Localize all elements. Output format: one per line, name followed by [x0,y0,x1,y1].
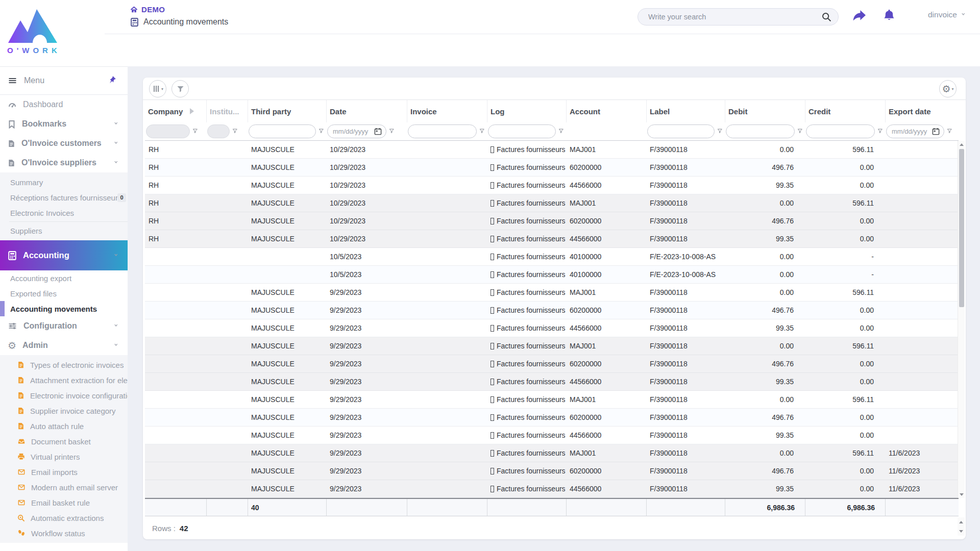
sidebar-item-receptions-factures-fournisseurs[interactable]: Réceptions factures fournisseurs0 [0,190,128,205]
log-filter-input[interactable] [494,128,550,135]
table-row[interactable]: MAJUSCULE9/29/2023Factures fournisseursM… [145,284,959,302]
sidebar-item-admin[interactable]: ⚙Admin [0,336,128,355]
table-row[interactable]: MAJUSCULE9/29/2023Factures fournisseurs6… [145,462,959,480]
sidebar-item-exported-files[interactable]: Exported files [0,286,128,301]
table-row[interactable]: RHMAJUSCULE10/29/2023Factures fournisseu… [145,141,959,159]
third_party-filter-input[interactable] [254,128,310,135]
table-row[interactable]: MAJUSCULE9/29/2023Factures fournisseurs4… [145,319,959,337]
settings-button[interactable]: ⚙▾ [939,80,957,97]
expand-columns-icon[interactable] [190,108,194,114]
table-row[interactable]: RHMAJUSCULE10/29/2023Factures fournisseu… [145,159,959,177]
column-header-institution[interactable]: Institu... [206,100,248,122]
file-icon [8,139,15,148]
main-content: ▾⚙▾ CompanyInstitu...Third partyDateInvo… [128,66,980,551]
columns-button[interactable]: ▾ [149,80,166,97]
sidebar-item-accounting-export[interactable]: Accounting export [0,270,128,286]
filter-funnel-icon[interactable] [192,128,199,135]
column-header-export_date[interactable]: Export date [885,100,959,122]
sidebar-item-accounting[interactable]: Accounting [0,240,128,270]
filter-funnel-icon[interactable] [947,128,953,135]
sidebar-item-workflow-status[interactable]: Workflow status [0,525,128,541]
pin-icon[interactable] [108,76,116,84]
sidebar-item-electronic-invoices[interactable]: Electronic Invoices [0,205,128,220]
sidebar-item-auto-attach-rule[interactable]: Auto attach rule [0,418,128,434]
sidebar-item-supplier-invoice-category[interactable]: Supplier invoice category [0,403,128,418]
table-row[interactable]: MAJUSCULE9/29/2023Factures fournisseursM… [145,444,959,462]
app-logo[interactable]: O'WORK [6,3,72,60]
table-row[interactable]: MAJUSCULE9/29/2023Factures fournisseursM… [145,337,959,355]
sidebar-item-bookmarks[interactable]: Bookmarks [0,114,128,134]
column-header-invoice[interactable]: Invoice [407,100,487,122]
table-row[interactable]: RHMAJUSCULE10/29/2023Factures fournisseu… [145,177,959,194]
table-row[interactable]: MAJUSCULE9/29/2023Factures fournisseurs4… [145,373,959,391]
filter-funnel-icon[interactable] [558,128,565,135]
sidebar-item-document-basket[interactable]: Document basket [0,434,128,449]
column-header-account[interactable]: Account [566,100,646,122]
column-header-third_party[interactable]: Third party [248,100,326,122]
cell-company [145,480,206,497]
share-icon[interactable] [852,8,866,23]
scroll-down-arrow[interactable] [958,491,965,498]
table-row[interactable]: MAJUSCULE9/29/2023Factures fournisseursM… [145,391,959,409]
column-header-debit[interactable]: Debit [725,100,805,122]
scrollbar-thumb[interactable] [959,149,964,307]
table-row[interactable]: 10/5/2023Factures fournisseurs40100000F/… [145,248,959,266]
filter-funnel-icon[interactable] [797,128,804,135]
credit-filter-input[interactable] [812,128,869,135]
home-icon[interactable] [130,6,138,13]
table-row[interactable]: MAJUSCULE9/29/2023Factures fournisseurs6… [145,355,959,373]
table-row[interactable]: 10/5/2023Factures fournisseurs40100000F/… [145,266,959,284]
calendar-icon[interactable] [374,128,382,135]
filter-funnel-icon[interactable] [877,128,884,135]
sidebar-item-oinvoice-customers[interactable]: O'Invoice customers [0,134,128,153]
sidebar-item-modern-auth-email-server[interactable]: Modern auth email server [0,480,128,495]
calendar-icon[interactable] [932,128,940,135]
breadcrumb-app[interactable]: DEMO [141,5,165,14]
filter-button[interactable] [172,80,189,97]
column-header-log[interactable]: Log [487,100,566,122]
date-filter-date-input[interactable]: mm/dd/yyyy [327,124,386,138]
table-row[interactable]: MAJUSCULE9/29/2023Factures fournisseurs4… [145,480,959,498]
sidebar-item-summary[interactable]: Summary [0,174,128,190]
bell-icon[interactable] [883,8,895,23]
debit-filter-input[interactable] [731,128,789,135]
table-row[interactable]: MAJUSCULE9/29/2023Factures fournisseurs4… [145,427,959,444]
cell-credit: 0.00 [805,177,885,194]
filter-funnel-icon[interactable] [389,128,396,135]
sidebar-item-virtual-printers[interactable]: Virtual printers [0,449,128,464]
sidebar-item-configuration[interactable]: Configuration [0,316,128,336]
search-icon[interactable] [822,12,831,21]
table-row[interactable]: MAJUSCULE9/29/2023Factures fournisseurs6… [145,409,959,427]
sidebar-item-attachment-extraction[interactable]: Attachment extraction for electron [0,372,128,388]
sidebar-item-automatic-extractions[interactable]: Automatic extractions [0,510,128,525]
hamburger-icon[interactable] [8,77,17,85]
column-header-credit[interactable]: Credit [805,100,885,122]
sidebar-item-accounting-movements[interactable]: Accounting movements [0,301,128,316]
column-header-label[interactable]: Label [646,100,725,122]
column-header-date[interactable]: Date [326,100,407,122]
table-row[interactable]: RHMAJUSCULE10/29/2023Factures fournisseu… [145,230,959,248]
cell-third_party: MAJUSCULE [248,230,326,247]
filter-funnel-icon[interactable] [318,128,325,135]
filter-funnel-icon[interactable] [232,128,239,135]
search-input[interactable] [648,13,822,21]
sidebar-item-email-basket-rule[interactable]: Email basket rule [0,495,128,510]
sidebar-item-electronic-invoice-configuration[interactable]: Electronic invoice configuration [0,388,128,403]
sidebar-item-suppliers[interactable]: Suppliers [0,223,128,238]
user-menu[interactable]: dinvoice [928,10,967,19]
sidebar-item-dashboard[interactable]: Dashboard [0,95,128,114]
label-filter-input[interactable] [653,128,709,135]
sidebar-item-types-of-electronic-invoices[interactable]: Types of electronic invoices [0,357,128,372]
cell-log: Factures fournisseurs [487,212,566,230]
scroll-up-arrow[interactable] [958,141,965,148]
table-row[interactable]: RHMAJUSCULE10/29/2023Factures fournisseu… [145,194,959,212]
column-header-company[interactable]: Company [145,100,206,122]
export_date-filter-date-input[interactable]: mm/dd/yyyy [886,124,944,138]
sidebar-item-oinvoice-suppliers[interactable]: O'Invoice suppliers [0,153,128,172]
filter-funnel-icon[interactable] [479,128,486,135]
table-row[interactable]: RHMAJUSCULE10/29/2023Factures fournisseu… [145,212,959,230]
table-row[interactable]: MAJUSCULE9/29/2023Factures fournisseurs6… [145,302,959,319]
filter-funnel-icon[interactable] [717,128,724,135]
sidebar-item-email-imports[interactable]: Email imports [0,464,128,480]
invoice-filter-input[interactable] [413,128,471,135]
